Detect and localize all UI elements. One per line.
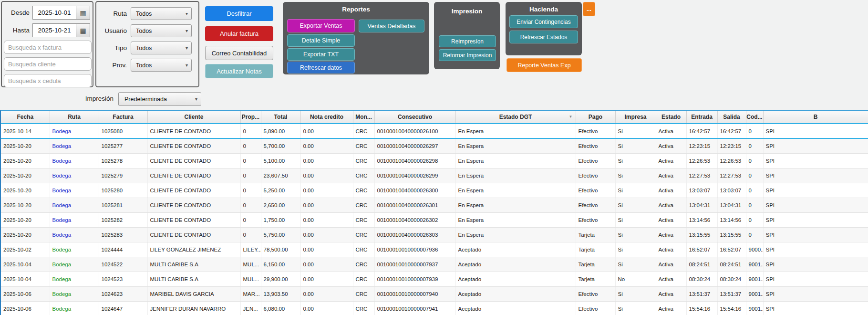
cell-ruta[interactable]: Bodega <box>50 138 99 153</box>
cell-pago[interactable]: Efectivo <box>576 183 615 198</box>
cell-cod[interactable]: 9001... <box>746 257 763 272</box>
cell-fecha[interactable]: 2025-10-20 <box>1 168 50 183</box>
hasta-input[interactable] <box>32 23 76 37</box>
table-row[interactable]: 2025-10-20Bodega1025280CLIENTE DE CONTAD… <box>1 183 868 198</box>
cell-cliente[interactable]: CLIENTE DE CONTADO <box>147 138 240 153</box>
cell-mon[interactable]: CRC <box>353 124 374 138</box>
refrescar-estados-button[interactable]: Refrescar Estados <box>509 31 578 43</box>
cell-estado-dgt[interactable]: En Espera <box>455 153 576 168</box>
cell-nota-credito[interactable]: 0.00 <box>300 183 353 198</box>
cell-ruta[interactable]: Bodega <box>50 124 99 138</box>
cell-total[interactable]: 6,150.00 <box>261 257 300 272</box>
table-row[interactable]: 2025-10-20Bodega1025279CLIENTE DE CONTAD… <box>1 168 868 183</box>
cell-salida[interactable]: 13:15:55 <box>717 227 746 242</box>
cell-cliente[interactable]: MULTI CARIBE S.A <box>147 272 240 286</box>
cell-fecha[interactable]: 2025-10-06 <box>1 286 50 301</box>
cell-salida[interactable]: 13:04:31 <box>717 198 746 212</box>
cell-impresa[interactable]: Si <box>615 212 656 227</box>
cell-cod[interactable]: 9000... <box>746 242 763 257</box>
cell-estado-dgt[interactable]: En Espera <box>455 198 576 212</box>
table-row[interactable]: 2025-10-20Bodega1025282CLIENTE DE CONTAD… <box>1 212 868 227</box>
column-header-impresa[interactable]: Impresa <box>615 111 656 124</box>
cell-pago[interactable]: Tarjeta <box>576 272 615 286</box>
cell-consecutivo[interactable]: 00100010040000026298 <box>374 153 455 168</box>
cell-impresa[interactable]: Si <box>615 138 656 153</box>
cell-b[interactable]: SPI <box>763 168 868 183</box>
cell-factura[interactable]: 1024444 <box>99 242 147 257</box>
cell-estado[interactable]: Activa <box>656 124 686 138</box>
cell-b[interactable]: SPI <box>763 138 868 153</box>
cell-entrada[interactable]: 15:54:16 <box>686 301 717 315</box>
cell-factura[interactable]: 1025280 <box>99 183 147 198</box>
cell-estado-dgt[interactable]: En Espera <box>455 227 576 242</box>
cell-mon[interactable]: CRC <box>353 168 374 183</box>
column-header-consecutivo[interactable]: Consecutivo <box>374 111 455 124</box>
cell-impresa[interactable]: Si <box>615 198 656 212</box>
cell-consecutivo[interactable]: 00100010010000007940 <box>374 286 455 301</box>
ventas-detalladas-button[interactable]: Ventas Detalladas <box>359 20 424 32</box>
cell-entrada[interactable]: 08:30:24 <box>686 272 717 286</box>
cell-ruta[interactable]: Bodega <box>50 183 99 198</box>
cell-entrada[interactable]: 12:26:53 <box>686 153 717 168</box>
cell-factura[interactable]: 1025281 <box>99 198 147 212</box>
cell-entrada[interactable]: 12:23:15 <box>686 138 717 153</box>
cell-impresa[interactable]: Si <box>615 286 656 301</box>
cell-estado[interactable]: Activa <box>656 242 686 257</box>
cell-b[interactable]: SPI <box>763 153 868 168</box>
cell-mon[interactable]: CRC <box>353 257 374 272</box>
cell-entrada[interactable]: 13:15:55 <box>686 227 717 242</box>
cell-consecutivo[interactable]: 00100010040000026301 <box>374 198 455 212</box>
cell-ruta[interactable]: Bodega <box>50 212 99 227</box>
cell-total[interactable]: 23,607.50 <box>261 168 300 183</box>
column-header-nota-credito[interactable]: Nota credito <box>300 111 353 124</box>
cell-prop[interactable]: 0 <box>240 124 261 138</box>
column-header-factura[interactable]: Factura <box>99 111 147 124</box>
cell-estado-dgt[interactable]: Aceptado <box>455 301 576 315</box>
cell-entrada[interactable]: 13:14:56 <box>686 212 717 227</box>
cell-cod[interactable]: 0 <box>746 153 763 168</box>
cell-factura[interactable]: 1025080 <box>99 124 147 138</box>
reimpresion-button[interactable]: Reimpresíon <box>439 35 496 47</box>
impresion-select[interactable]: Predeterminada ▾ <box>118 92 201 106</box>
cell-salida[interactable]: 16:52:07 <box>717 242 746 257</box>
cell-nota-credito[interactable]: 0.00 <box>300 198 353 212</box>
cell-mon[interactable]: CRC <box>353 212 374 227</box>
table-row[interactable]: 2025-10-02Bodega1024444LILEY GONZALEZ JI… <box>1 242 868 257</box>
cell-pago[interactable]: Efectivo <box>576 124 615 138</box>
cell-consecutivo[interactable]: 00100010040000026303 <box>374 227 455 242</box>
cell-estado[interactable]: Activa <box>656 183 686 198</box>
cell-factura[interactable]: 1024522 <box>99 257 147 272</box>
cell-estado-dgt[interactable]: En Espera <box>455 212 576 227</box>
cell-b[interactable]: SPI <box>763 227 868 242</box>
cell-total[interactable]: 5,250.00 <box>261 183 300 198</box>
cell-total[interactable]: 5,750.00 <box>261 227 300 242</box>
cell-b[interactable]: SPI <box>763 272 868 286</box>
cell-impresa[interactable]: Si <box>615 242 656 257</box>
cell-estado-dgt[interactable]: En Espera <box>455 168 576 183</box>
cell-impresa[interactable]: Si <box>615 227 656 242</box>
cell-nota-credito[interactable]: 0.00 <box>300 227 353 242</box>
desde-input[interactable] <box>32 6 76 20</box>
anular-factura-button[interactable]: Anular factura <box>205 26 273 41</box>
column-header-prop[interactable]: Prop... <box>240 111 261 124</box>
cell-factura[interactable]: 1025277 <box>99 138 147 153</box>
cell-cliente[interactable]: CLIENTE DE CONTADO <box>147 183 240 198</box>
cell-cliente[interactable]: JENNIFER DURAN NAVARRO <box>147 301 240 315</box>
cell-mon[interactable]: CRC <box>353 153 374 168</box>
cell-entrada[interactable]: 12:27:53 <box>686 168 717 183</box>
cell-prop[interactable]: 0 <box>240 168 261 183</box>
cell-nota-credito[interactable]: 0.00 <box>300 212 353 227</box>
cell-factura[interactable]: 1025279 <box>99 168 147 183</box>
cell-b[interactable]: SPI <box>763 183 868 198</box>
cell-ruta[interactable]: Bodega <box>50 242 99 257</box>
cell-cod[interactable]: 9001... <box>746 272 763 286</box>
cell-factura[interactable]: 1024623 <box>99 286 147 301</box>
cell-salida[interactable]: 16:42:57 <box>717 124 746 138</box>
cell-impresa[interactable]: Si <box>615 168 656 183</box>
cell-cod[interactable]: 9001... <box>746 301 763 315</box>
cell-cliente[interactable]: CLIENTE DE CONTADO <box>147 198 240 212</box>
cell-pago[interactable]: Efectivo <box>576 301 615 315</box>
cell-fecha[interactable]: 2025-10-14 <box>1 124 50 138</box>
cell-ruta[interactable]: Bodega <box>50 286 99 301</box>
cell-cliente[interactable]: MULTI CARIBE S.A <box>147 257 240 272</box>
